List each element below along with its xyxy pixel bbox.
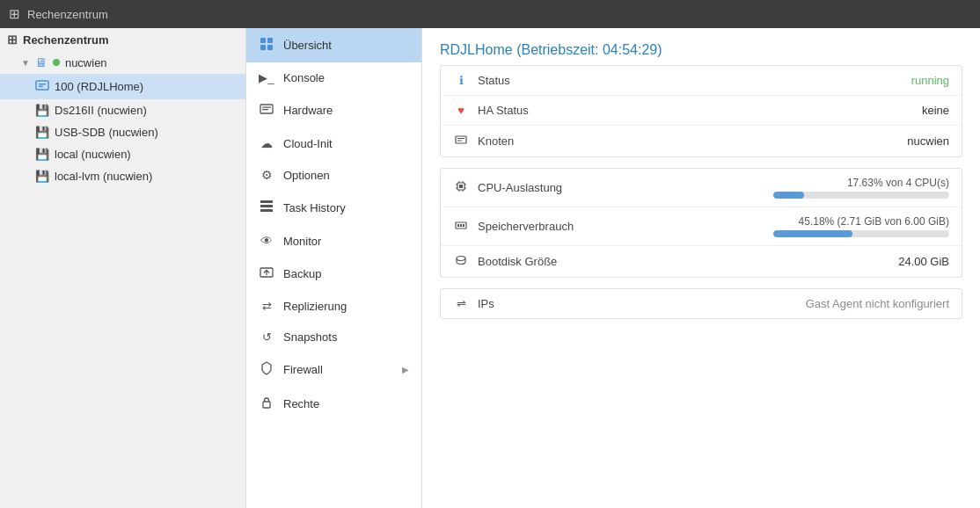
nav-item-rights[interactable]: Rechte: [246, 387, 421, 421]
mem-metric: 45.18% (2.71 GiB von 6.00 GiB): [773, 215, 949, 237]
nav-item-cloud[interactable]: ☁ Cloud-Init: [246, 127, 421, 159]
heart-icon: ♥: [453, 104, 469, 117]
storage-icon-2: 💾: [35, 126, 49, 139]
nav-label-taskhistory: Task History: [283, 201, 409, 214]
info-table: ℹ Status running ♥ HA Status keine: [422, 65, 980, 347]
status-dot: [53, 59, 60, 66]
nav-item-hardware[interactable]: Hardware: [246, 93, 421, 127]
nav-label-hardware: Hardware: [283, 104, 409, 117]
nav-item-replicate[interactable]: ⇄ Replizierung: [246, 291, 421, 322]
content-header: RDJLHome (Betriebszeit: 04:54:29): [422, 28, 980, 65]
svg-rect-11: [260, 205, 273, 207]
tree-item-storage-1[interactable]: 💾 Ds216II (nucwien): [0, 99, 245, 121]
datacenter-grid-icon: ⊞: [9, 6, 20, 22]
mem-row: Speicherverbrauch 45.18% (2.71 GiB von 6…: [441, 207, 962, 246]
svg-rect-2: [39, 86, 43, 88]
firewall-submenu-chevron: ▶: [402, 365, 409, 374]
hardware-icon: [259, 102, 274, 119]
svg-rect-20: [459, 185, 463, 188]
svg-rect-8: [262, 107, 271, 108]
nav-item-overview[interactable]: Übersicht: [246, 28, 421, 62]
overview-icon: [259, 37, 274, 54]
tree-item-storage-3-label: local (nucwien): [55, 148, 131, 161]
console-icon: ▶_: [259, 71, 274, 84]
nav-item-firewall[interactable]: Firewall ▶: [246, 352, 421, 387]
svg-rect-32: [463, 224, 464, 227]
content-title: RDJLHome (Betriebszeit: 04:54:29): [440, 42, 662, 57]
disk-value: 24.00 GiB: [898, 255, 949, 268]
disk-row: Bootdisk Größe 24.00 GiB: [441, 246, 962, 277]
tree-item-dc[interactable]: ⊞ Rechenzentrum: [0, 28, 245, 51]
tree-sidebar: ⊞ Rechenzentrum ▼ 🖥 nucwien 100 (RDJLHom…: [0, 28, 246, 508]
svg-rect-18: [457, 141, 462, 142]
vm-icon: [35, 78, 49, 95]
snapshots-icon: ↺: [259, 330, 274, 344]
cpu-value: 17.63% von 4 CPU(s): [847, 177, 949, 189]
server-icon: 🖥: [35, 55, 48, 69]
svg-rect-0: [36, 81, 48, 90]
nav-item-monitor[interactable]: 👁 Monitor: [246, 225, 421, 257]
svg-point-33: [457, 257, 465, 261]
svg-rect-4: [267, 38, 273, 43]
node-icon: [453, 134, 469, 149]
firewall-icon: [259, 361, 274, 378]
svg-rect-5: [260, 45, 266, 50]
nav-item-backup[interactable]: Backup: [246, 257, 421, 291]
cpu-row: CPU-Auslastung 17.63% von 4 CPU(s): [441, 169, 962, 207]
svg-rect-9: [262, 109, 268, 110]
tree-item-storage-2[interactable]: 💾 USB-SDB (nucwien): [0, 121, 245, 143]
nav-label-monitor: Monitor: [283, 235, 409, 248]
status-section: ℹ Status running ♥ HA Status keine: [440, 65, 962, 157]
tree-item-storage-3[interactable]: 💾 local (nucwien): [0, 143, 245, 165]
replicate-icon: ⇄: [259, 300, 274, 313]
mem-progress-fill: [773, 230, 852, 237]
tree-item-vm-label: 100 (RDJLHome): [55, 80, 143, 93]
nav-item-taskhistory[interactable]: Task History: [246, 191, 421, 225]
ips-label: IPs: [478, 297, 797, 310]
nav-label-replicate: Replizierung: [283, 300, 409, 313]
network-section: ⇌ IPs Gast Agent nicht konfiguriert: [440, 288, 962, 319]
ips-icon: ⇌: [453, 297, 469, 310]
svg-rect-30: [457, 224, 459, 227]
nav-label-options: Optionen: [283, 169, 409, 182]
ips-row: ⇌ IPs Gast Agent nicht konfiguriert: [441, 289, 962, 318]
tree-item-node[interactable]: ▼ 🖥 nucwien: [0, 51, 245, 74]
cloud-icon: ☁: [259, 136, 274, 150]
disk-icon: [453, 254, 469, 269]
svg-rect-31: [460, 224, 462, 227]
tasklist-icon: [259, 200, 274, 216]
mem-icon: [453, 219, 469, 234]
nav-menu: Übersicht ▶_ Konsole Hardware ☁ Cloud-In…: [246, 28, 422, 508]
nav-label-firewall: Firewall: [283, 363, 393, 376]
ips-value: Gast Agent nicht konfiguriert: [806, 297, 949, 310]
nav-item-options[interactable]: ⚙ Optionen: [246, 159, 421, 191]
cpu-metric: 17.63% von 4 CPU(s): [773, 177, 949, 199]
node-value: nucwien: [907, 134, 949, 148]
tree-item-storage-1-label: Ds216II (nucwien): [55, 104, 147, 117]
nav-label-overview: Übersicht: [283, 39, 409, 52]
nav-item-snapshots[interactable]: ↺ Snapshots: [246, 322, 421, 352]
cpu-progress-bar: [773, 192, 949, 199]
tree-item-storage-4[interactable]: 💾 local-lvm (nucwien): [0, 165, 245, 187]
main-layout: ⊞ Rechenzentrum ▼ 🖥 nucwien 100 (RDJLHom…: [0, 28, 980, 508]
storage-icon-1: 💾: [35, 104, 49, 117]
metrics-section: CPU-Auslastung 17.63% von 4 CPU(s): [440, 168, 962, 278]
tree-item-vm[interactable]: 100 (RDJLHome): [0, 74, 245, 99]
status-label: Status: [478, 74, 903, 87]
nav-item-console[interactable]: ▶_ Konsole: [246, 62, 421, 93]
svg-rect-15: [263, 402, 270, 408]
mem-label: Speicherverbrauch: [478, 220, 764, 233]
svg-rect-10: [260, 200, 273, 203]
cpu-label: CPU-Auslastung: [478, 181, 764, 194]
ha-row: ♥ HA Status keine: [441, 96, 962, 126]
svg-rect-3: [260, 38, 266, 43]
nav-label-cloud: Cloud-Init: [283, 137, 409, 150]
disk-label: Bootdisk Größe: [478, 255, 889, 268]
svg-rect-1: [39, 83, 46, 85]
monitor-icon: 👁: [259, 234, 274, 248]
svg-rect-6: [267, 45, 273, 50]
nav-label-backup: Backup: [283, 267, 409, 280]
rights-icon: [259, 396, 274, 412]
chevron-down-icon: ▼: [21, 58, 30, 68]
nav-label-rights: Rechte: [283, 397, 409, 410]
